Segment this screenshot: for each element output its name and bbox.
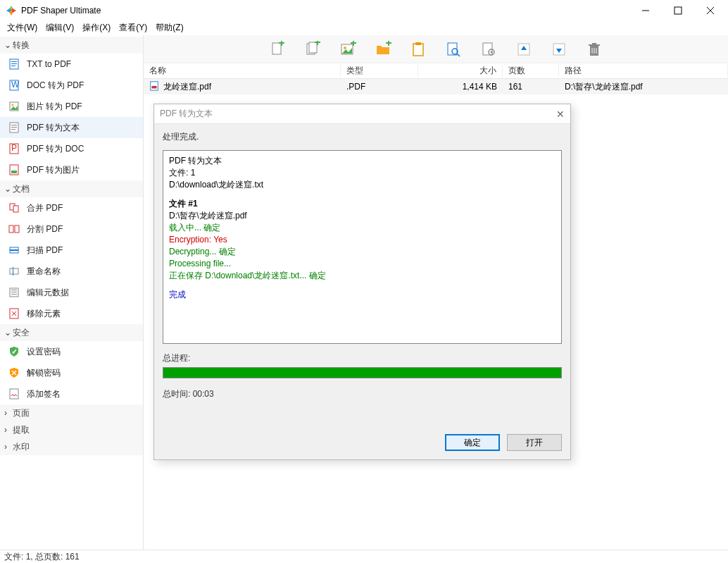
svg-text:W: W (11, 80, 20, 89)
move-up-button[interactable] (514, 39, 534, 59)
sidebar-item-rename[interactable]: 重命名称 (0, 261, 143, 282)
svg-rect-30 (11, 292, 17, 292)
remove-icon (8, 308, 20, 319)
preview-button[interactable] (444, 39, 463, 59)
chevron-down-icon: ⌄ (4, 184, 13, 194)
sidebar-item-label: PDF 转为 DOC (27, 143, 84, 155)
col-path[interactable]: 路径 (559, 65, 728, 77)
svg-rect-51 (413, 44, 423, 56)
svg-rect-7 (11, 66, 15, 66)
col-type[interactable]: 类型 (341, 65, 418, 77)
sidebar-group-document[interactable]: ⌄文档 (0, 180, 143, 197)
log-line: 完成 (169, 289, 556, 301)
log-line: Encryption: Yes (169, 234, 556, 246)
move-down-button[interactable] (549, 39, 569, 59)
add-file-button[interactable] (268, 39, 287, 59)
sidebar-item-label: 移除元素 (27, 308, 61, 320)
chevron-down-icon: ⌄ (4, 328, 13, 338)
progress-dialog: PDF 转为文本 ✕ 处理完成. PDF 转为文本 文件: 1 D:\downl… (153, 104, 571, 460)
settings-button[interactable] (479, 39, 498, 59)
cell-name: 龙岭迷窟.pdf (163, 81, 211, 93)
pdf-doc-icon: P (8, 143, 20, 154)
status-text: 文件: 1, 总页数: 161 (4, 551, 80, 563)
image-file-icon (8, 101, 20, 112)
sidebar-item-label: PDF 转为文本 (27, 122, 80, 134)
col-name[interactable]: 名称 (144, 65, 341, 77)
maximize-button[interactable] (662, 0, 694, 21)
menu-bar: 文件(W) 编辑(V) 操作(X) 查看(Y) 帮助(Z) (0, 21, 728, 35)
svg-rect-68 (152, 86, 157, 89)
svg-rect-6 (11, 63, 17, 64)
minimize-button[interactable] (629, 0, 662, 21)
chevron-right-icon: › (4, 442, 13, 452)
svg-rect-40 (281, 41, 282, 46)
svg-point-46 (344, 47, 346, 49)
sidebar-item-pdf-to-doc[interactable]: PPDF 转为 DOC (0, 138, 143, 159)
svg-rect-52 (415, 42, 421, 45)
menu-view[interactable]: 查看(Y) (116, 21, 150, 35)
svg-rect-21 (13, 206, 18, 212)
log-line: 文件: 1 (169, 167, 556, 179)
delete-button[interactable] (584, 39, 604, 59)
progress-label: 总进程: (163, 352, 562, 364)
log-output[interactable]: PDF 转为文本 文件: 1 D:\download\龙岭迷窟.txt 文件 #… (163, 150, 562, 344)
menu-help[interactable]: 帮助(Z) (153, 21, 186, 35)
sidebar-item-doc-to-pdf[interactable]: WDOC 转为 PDF (0, 75, 143, 96)
sidebar-item-scan[interactable]: 扫描 PDF (0, 240, 143, 261)
menu-edit[interactable]: 编辑(V) (43, 21, 77, 35)
add-image-button[interactable] (338, 39, 358, 59)
close-button[interactable] (694, 0, 727, 21)
file-row[interactable]: 龙岭迷窟.pdf .PDF 1,414 KB 161 D:\暂存\龙岭迷窟.pd… (144, 79, 728, 94)
sidebar-group-convert[interactable]: ⌄转换 (0, 37, 143, 54)
ok-button[interactable]: 确定 (445, 434, 500, 451)
svg-rect-31 (11, 294, 17, 295)
sidebar-group-page[interactable]: ›页面 (0, 404, 143, 421)
log-line: 文件 #1 (169, 198, 556, 210)
split-icon (8, 223, 20, 235)
sidebar-item-set-password[interactable]: 设置密码 (0, 341, 143, 362)
paste-button[interactable] (408, 39, 428, 59)
sidebar-item-unlock[interactable]: 解锁密码 (0, 362, 143, 383)
menu-file[interactable]: 文件(W) (4, 21, 40, 35)
log-line: D:\暂存\龙岭迷窟.pdf (169, 210, 556, 222)
svg-rect-38 (272, 43, 281, 54)
sidebar-item-pdf-to-img[interactable]: PDF 转为图片 (0, 159, 143, 180)
pdf-file-icon (149, 81, 159, 93)
svg-rect-5 (11, 61, 17, 62)
log-line: Processing file... (169, 258, 556, 270)
sidebar-item-merge[interactable]: 合并 PDF (0, 197, 143, 218)
sidebar-item-split[interactable]: 分割 PDF (0, 218, 143, 240)
menu-action[interactable]: 操作(X) (80, 21, 113, 35)
log-line: PDF 转为文本 (169, 155, 556, 167)
svg-rect-22 (9, 225, 13, 233)
sidebar-item-metadata[interactable]: 编辑元数据 (0, 282, 143, 303)
sidebar-item-img-to-pdf[interactable]: 图片 转为 PDF (0, 96, 143, 117)
cell-type: .PDF (341, 82, 418, 92)
shield-lock-icon (8, 346, 20, 357)
sidebar-group-extract[interactable]: ›提取 (0, 421, 143, 438)
sidebar-group-security[interactable]: ⌄安全 (0, 324, 143, 341)
sidebar-item-remove[interactable]: 移除元素 (0, 303, 143, 324)
metadata-icon (8, 287, 20, 298)
col-pages[interactable]: 页数 (503, 65, 559, 77)
add-folder-button[interactable] (373, 39, 393, 59)
svg-rect-48 (353, 41, 354, 46)
sidebar-item-label: 分割 PDF (27, 223, 63, 235)
svg-rect-42 (309, 42, 317, 53)
dialog-close-button[interactable]: ✕ (556, 109, 565, 120)
sidebar-item-label: 解锁密码 (27, 367, 61, 379)
add-files-button[interactable] (303, 39, 322, 59)
scan-icon (8, 245, 20, 256)
sidebar-group-watermark[interactable]: ›水印 (0, 438, 143, 455)
cell-pages: 161 (503, 82, 559, 92)
sidebar-item-sign[interactable]: 添加签名 (0, 383, 143, 404)
sidebar-item-txt-to-pdf[interactable]: TXT to PDF (0, 54, 143, 75)
log-line: 载入中... 确定 (169, 222, 556, 234)
col-size[interactable]: 大小 (418, 65, 503, 77)
sidebar-item-pdf-to-txt[interactable]: PDF 转为文本 (0, 117, 143, 138)
open-button[interactable]: 打开 (507, 434, 562, 451)
svg-rect-26 (10, 268, 18, 274)
sidebar-group-label: 安全 (13, 327, 30, 339)
svg-rect-44 (317, 41, 318, 45)
chevron-down-icon: ⌄ (4, 40, 13, 50)
